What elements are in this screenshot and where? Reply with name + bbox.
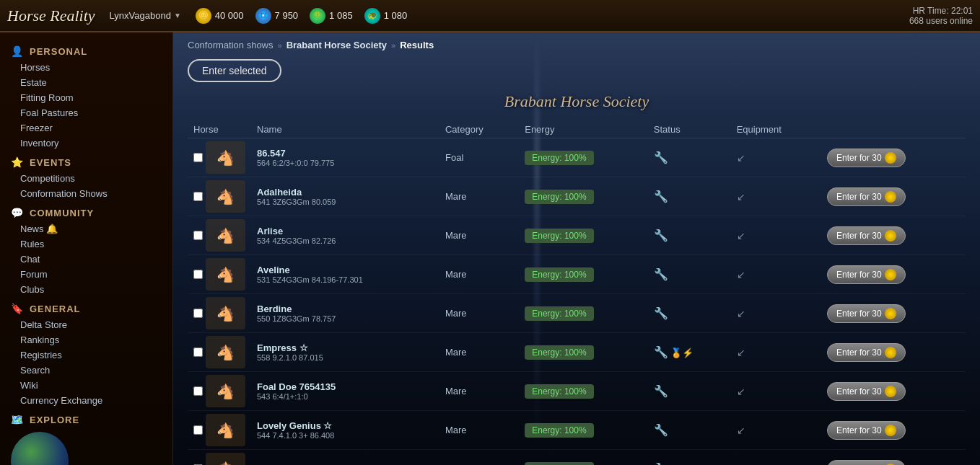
enter-selected-button[interactable]: Enter selected — [188, 59, 281, 82]
enter-for-button[interactable]: Enter for 30 — [827, 382, 906, 401]
sidebar-item-inventory[interactable]: Inventory — [0, 136, 172, 151]
row-checkbox[interactable] — [193, 153, 203, 162]
equipment-icon: 🔧 — [654, 268, 668, 280]
enter-for-button[interactable]: Enter for 30 — [827, 265, 906, 284]
category-label: Mare — [445, 269, 467, 280]
breadcrumb-brabant-horse-society[interactable]: Brabant Horse Society — [286, 40, 387, 50]
row-checkbox[interactable] — [193, 231, 203, 240]
enter-for-button[interactable]: Enter for 30 — [827, 421, 906, 440]
fp-amount: 1 085 — [329, 10, 353, 21]
equipment-icon: 🔧 — [654, 151, 668, 164]
row-status-cell: 🔧 — [648, 177, 731, 216]
sidebar-item-rankings[interactable]: Rankings — [0, 332, 172, 347]
cost-coin-icon — [885, 347, 896, 358]
horse-thumbnail: 🐴 — [206, 180, 245, 213]
row-name-cell: Lovely Genius ☆ 544 7.4.1.0 3+ 86.408 — [251, 411, 439, 450]
content-area: Conformation shows » Brabant Horse Socie… — [173, 32, 980, 465]
row-name-cell: Aveline 531 5Z4G3Gm 84.196-77.301 — [251, 255, 439, 294]
cost-coin-icon — [885, 386, 896, 397]
enter-for-button[interactable]: Enter for 30 — [827, 226, 906, 245]
enter-for-button[interactable]: Enter for 30 — [827, 460, 906, 466]
enter-for-button[interactable]: Enter for 30 — [827, 187, 906, 206]
horse-name[interactable]: Foal Doe 7654135 — [257, 381, 434, 392]
server-time: HR Time: 22:01 — [909, 6, 973, 16]
horse-name[interactable]: Lovely Genius ☆ — [257, 420, 434, 431]
sidebar-item-foal-pastures[interactable]: Foal Pastures — [0, 105, 172, 120]
status-arrow-icon: ↙ — [737, 269, 745, 280]
sidebar-item-competitions[interactable]: Competitions — [0, 171, 172, 186]
sidebar-section-events: ⭐ EVENTS — [0, 151, 172, 171]
enter-for-button[interactable]: Enter for 30 — [827, 343, 906, 362]
horse-name[interactable]: Berdine — [257, 304, 434, 314]
category-label: Mare — [445, 347, 467, 358]
enter-for-button[interactable]: Enter for 30 — [827, 304, 906, 323]
row-checkbox-cell: 🐴 — [188, 333, 251, 372]
horse-stats: 541 3Z6G3Gm 80.059 — [257, 198, 434, 206]
row-checkbox[interactable] — [193, 309, 203, 318]
energy-badge: Energy: 100% — [525, 345, 593, 360]
row-name-cell: Adalheida 541 3Z6G3Gm 80.059 — [251, 177, 439, 216]
category-label: Foal — [445, 152, 463, 163]
horse-thumbnail: 🐴 — [206, 297, 245, 329]
sidebar-item-forum[interactable]: Forum — [0, 267, 172, 282]
row-equipment-cell: ↙ — [731, 216, 821, 255]
category-label: Mare — [445, 191, 467, 202]
row-checkbox[interactable] — [193, 192, 203, 201]
sidebar-item-registries[interactable]: Registries — [0, 347, 172, 363]
horse-name[interactable]: Empress ☆ — [257, 342, 434, 353]
horse-name[interactable]: Aveline — [257, 265, 434, 275]
sidebar-item-fitting-room[interactable]: Fitting Room — [0, 90, 172, 105]
table-row: 🐴 Lovely Genius ☆ 544 7.4.1.0 3+ 86.408 … — [188, 411, 966, 450]
sidebar-item-clubs[interactable]: Clubs — [0, 282, 172, 297]
status-arrow-icon: ↙ — [737, 230, 745, 242]
col-header-energy: Energy — [519, 121, 648, 138]
general-section-label: GENERAL — [30, 304, 81, 314]
energy-badge: Energy: 100% — [525, 229, 593, 243]
user-area[interactable]: LynxVagabond ▼ — [110, 10, 181, 21]
dp-amount: 7 950 — [275, 10, 299, 21]
row-category-cell: Mare — [439, 333, 519, 372]
sidebar-item-estate[interactable]: Estate — [0, 75, 172, 90]
server-info: HR Time: 22:01 668 users online — [909, 6, 973, 26]
row-checkbox-cell: 🐴 — [188, 177, 251, 216]
community-section-label: COMMUNITY — [30, 208, 94, 218]
status-arrow-icon: ↙ — [737, 152, 745, 164]
row-energy-cell: Energy: 100% — [519, 177, 648, 216]
cost-coin-icon — [885, 230, 896, 242]
horse-name[interactable]: Adalheida — [257, 187, 434, 198]
energy-badge: Energy: 100% — [525, 190, 593, 204]
horse-name[interactable]: Arlise — [257, 226, 434, 236]
sidebar-item-horses[interactable]: Horses — [0, 60, 172, 75]
sidebar-item-rules[interactable]: Rules — [0, 236, 172, 252]
sidebar-item-currency-exchange[interactable]: Currency Exchange — [0, 393, 172, 408]
status-arrow-icon: ↙ — [737, 191, 745, 203]
breadcrumb-conformation-shows[interactable]: Conformation shows — [188, 40, 274, 50]
row-name-cell: Berdine 550 1Z8G3Gm 78.757 — [251, 294, 439, 333]
row-checkbox[interactable] — [193, 270, 203, 279]
results-table: Horse Name Category Energy Status Equipm… — [188, 121, 966, 465]
row-equipment-cell: ↙ — [731, 255, 821, 294]
sidebar-section-community: 💬 COMMUNITY — [0, 201, 172, 221]
sidebar-item-delta-store[interactable]: Delta Store — [0, 317, 172, 332]
row-enter-cell: Enter for 30 — [821, 255, 966, 294]
row-checkbox[interactable] — [193, 347, 203, 357]
username-label[interactable]: LynxVagabond — [110, 10, 171, 21]
horse-name[interactable]: 86.547 — [257, 148, 434, 159]
row-checkbox[interactable] — [193, 386, 203, 396]
energy-badge: Energy: 100% — [525, 306, 593, 321]
breadcrumb-separator-2: » — [391, 41, 395, 50]
horse-thumbnail: 🐴 — [206, 219, 245, 252]
sidebar-item-conformation-shows[interactable]: Conformation Shows — [0, 186, 172, 201]
sidebar-item-search[interactable]: Search — [0, 363, 172, 378]
sidebar-item-news[interactable]: News 🔔 — [0, 221, 172, 236]
sidebar-item-freezer[interactable]: Freezer — [0, 120, 172, 136]
enter-for-button[interactable]: Enter for 30 — [827, 149, 906, 167]
user-dropdown-arrow[interactable]: ▼ — [174, 12, 181, 19]
equipment-icon: 🔧 — [654, 385, 668, 397]
row-checkbox[interactable] — [193, 425, 203, 435]
sidebar-item-wiki[interactable]: Wiki — [0, 378, 172, 393]
horse-stats: 550 1Z8G3Gm 78.757 — [257, 314, 434, 323]
sidebar: 👤 PERSONAL Horses Estate Fitting Room Fo… — [0, 32, 173, 465]
horse-stats: 543 6:4/1+:1:0 — [257, 392, 434, 401]
sidebar-item-chat[interactable]: Chat — [0, 252, 172, 267]
